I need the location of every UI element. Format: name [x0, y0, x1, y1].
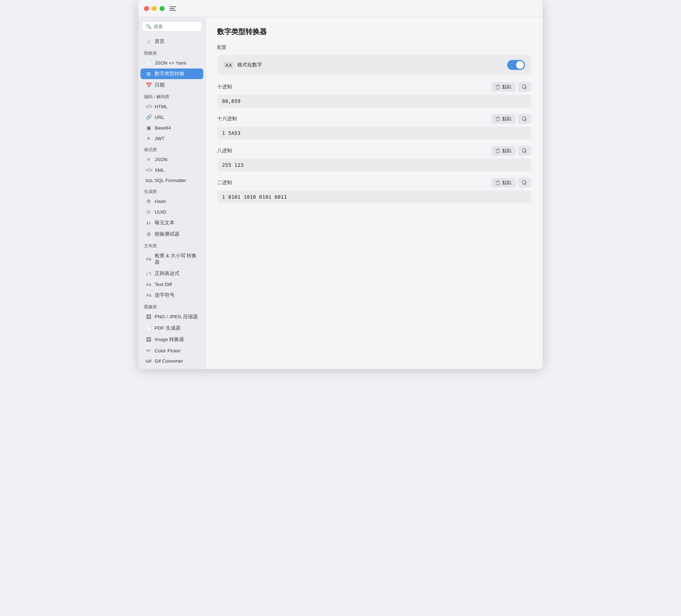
sidebar-item-url-label: URL [155, 115, 164, 120]
sidebar-item-hash[interactable]: ⚙ Hash [140, 196, 203, 206]
config-left: AA 格式化数字 [223, 62, 262, 68]
sidebar-item-check-case[interactable]: Aa 检查 & 大小写 转换器 [140, 251, 203, 268]
copy-button-binary[interactable] [518, 178, 531, 188]
sidebar-item-json[interactable]: ≡ JSON [140, 154, 203, 164]
field-actions-octal: 點貼 [491, 146, 531, 156]
titlebar [138, 0, 543, 17]
sidebar-item-text-diff[interactable]: Aa Text Diff [140, 280, 203, 289]
toggle-knob [516, 61, 524, 69]
gear2-icon: ⚙ [145, 231, 152, 237]
format-toggle[interactable] [507, 60, 525, 70]
asterisk-icon: ✳ [145, 136, 152, 141]
sidebar-item-home[interactable]: ⌂ 首页 [140, 36, 203, 47]
field-value-decimal: 88,659 [217, 95, 531, 108]
search-box[interactable]: 🔍 [142, 21, 202, 32]
sidebar-item-qr[interactable]: ⊞ QR Code Generator [140, 367, 203, 369]
sidebar-item-test[interactable]: ⚙ 校验测试器 [140, 229, 203, 240]
code-icon: </> [145, 104, 152, 109]
ligature-icon: Aa [145, 293, 152, 298]
field-header-octal: 八进制 點貼 [217, 146, 531, 156]
sidebar-item-lorem[interactable]: Li 噪元文本 [140, 218, 203, 228]
li-icon: Li [145, 221, 152, 225]
field-group-decimal: 十进制 點貼 88,659 [217, 82, 531, 108]
sidebar-item-url[interactable]: 🔗 URL [140, 112, 203, 122]
config-aa-badge: AA [223, 62, 234, 68]
svg-rect-13 [522, 149, 525, 152]
config-section-label: 配置 [217, 44, 531, 51]
copy-icon-decimal [522, 84, 527, 89]
sidebar-item-html-label: HTML [155, 104, 168, 109]
aa-icon: Aa [145, 257, 152, 262]
sidebar-item-image-convert[interactable]: 🖼 Image 转换器 [140, 334, 203, 345]
sidebar-item-ligature-label: 连字符号 [155, 292, 175, 298]
config-format-text: 格式化数字 [237, 62, 262, 68]
text-diff-icon: Aa [145, 282, 152, 287]
field-value-octal: 255 123 [217, 159, 531, 171]
image-icon: 🖼 [145, 314, 152, 320]
sidebar-item-pdf-label: PDF 生成器 [155, 325, 181, 331]
search-input[interactable] [154, 24, 198, 29]
home-icon: ⌂ [145, 39, 152, 44]
field-header-hex: 十六进制 點貼 [217, 114, 531, 124]
sidebar-item-qr-label: QR Code Generator [155, 369, 198, 369]
maximize-button[interactable] [160, 6, 165, 11]
sidebar-item-ligature[interactable]: Aa 连字符号 [140, 290, 203, 301]
sidebar-item-gif[interactable]: GIF Gif Converter [140, 356, 203, 366]
sidebar-item-sql-label: SQL Formatter [155, 178, 186, 183]
field-group-binary: 二进制 點貼 1 0101 1010 010 [217, 178, 531, 203]
section-label-generate: 生成类 [138, 186, 205, 196]
sidebar-item-json-yaml[interactable]: 📄 JSON <> Yaml [140, 58, 203, 68]
copy-button-hex[interactable] [518, 114, 531, 124]
sidebar-item-sql[interactable]: SQL SQL Formatter [140, 176, 203, 185]
sidebar-item-xml-label: XML [155, 167, 165, 173]
paste-button-hex[interactable]: 點貼 [491, 114, 516, 124]
sidebar-item-uuid[interactable]: ⊙ UUID [140, 207, 203, 217]
config-card: AA 格式化数字 [217, 55, 531, 75]
sidebar: 🔍 ⌂ 首页 转换类 📄 JSON <> Yaml ⊞ 数字类型转换 📅 日期 [138, 17, 206, 369]
section-label-text: 文本类 [138, 240, 205, 250]
field-header-binary: 二进制 點貼 [217, 178, 531, 188]
section-label-converter: 转换类 [138, 47, 205, 57]
minimize-button[interactable] [152, 6, 157, 11]
sidebar-item-png-jpeg[interactable]: 🖼 PNG / JPEG 压缩器 [140, 312, 203, 322]
doc-icon: 📄 [145, 60, 152, 66]
section-label-format: 格式类 [138, 144, 205, 154]
section-label-image: 图像类 [138, 301, 205, 311]
copy-button-decimal[interactable] [518, 82, 531, 92]
copy-icon-hex [522, 116, 527, 121]
sidebar-item-regex-label: 正则表达式 [155, 270, 179, 277]
sidebar-item-gif-label: Gif Converter [155, 358, 183, 364]
sidebar-item-date[interactable]: 📅 日期 [140, 80, 203, 90]
close-button[interactable] [144, 6, 149, 11]
fields-container: 十进制 點貼 88,659 [217, 82, 531, 203]
field-value-hex: 1 5A53 [217, 127, 531, 139]
field-header-decimal: 十进制 點貼 [217, 82, 531, 92]
paste-button-octal[interactable]: 點貼 [491, 146, 516, 156]
paste-button-binary[interactable]: 點貼 [491, 178, 516, 188]
sidebar-item-color-picker[interactable]: ✏ Color Picker [140, 346, 203, 356]
search-icon: 🔍 [146, 24, 151, 29]
svg-rect-8 [522, 117, 525, 120]
field-group-octal: 八进制 點貼 255 123 [217, 146, 531, 171]
sidebar-item-regex[interactable]: (.*) 正则表达式 [140, 268, 203, 279]
sidebar-toggle-button[interactable] [170, 6, 176, 11]
app-window: 🔍 ⌂ 首页 转换类 📄 JSON <> Yaml ⊞ 数字类型转换 📅 日期 [138, 0, 543, 369]
sidebar-item-base64-label: Base64 [155, 125, 171, 131]
pen-icon: ✏ [145, 348, 152, 353]
sidebar-item-jwt[interactable]: ✳ JWT [140, 133, 203, 143]
sidebar-item-number-type[interactable]: ⊞ 数字类型转换 [140, 68, 203, 79]
field-actions-decimal: 點貼 [491, 82, 531, 92]
sidebar-item-image-convert-label: Image 转换器 [155, 336, 184, 343]
sidebar-item-pdf[interactable]: 📄 PDF 生成器 [140, 323, 203, 334]
uuid-icon: ⊙ [145, 209, 152, 215]
copy-button-octal[interactable] [518, 146, 531, 156]
field-actions-binary: 點貼 [491, 178, 531, 188]
sidebar-item-lorem-label: 噪元文本 [155, 220, 175, 226]
paste-button-decimal[interactable]: 點貼 [491, 82, 516, 92]
sidebar-item-base64[interactable]: ▣ Base64 [140, 123, 203, 133]
svg-rect-3 [522, 85, 525, 88]
sidebar-item-html[interactable]: </> HTML [140, 101, 203, 111]
main-content: 数字类型转换器 配置 AA 格式化数字 十进制 [206, 17, 543, 369]
calendar-icon: 📅 [145, 82, 152, 88]
sidebar-item-xml[interactable]: </> XML [140, 165, 203, 175]
